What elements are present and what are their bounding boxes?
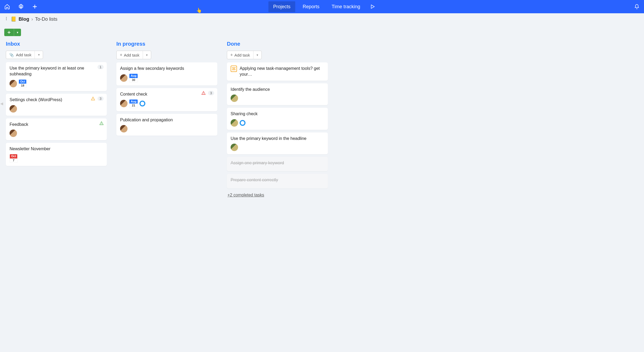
task-card[interactable]: Use the primary keyword in the headline	[227, 132, 328, 154]
chevron-down-icon[interactable]: ▼	[35, 51, 43, 59]
task-card[interactable]: Applying new task-management tools? get …	[227, 62, 328, 81]
topbar-nav: Projects Reports Time tracking	[268, 1, 375, 12]
card-title: Identify the audience	[231, 87, 324, 92]
avatar	[10, 105, 17, 113]
breadcrumb-sep: ›	[31, 16, 33, 22]
card-title: Publication and propagation	[120, 117, 214, 123]
paperclip-icon: 📎	[9, 53, 14, 57]
card-meta-row	[231, 95, 324, 102]
plus-icon	[4, 29, 14, 36]
date-month: Aug	[129, 100, 138, 104]
more-menu-icon[interactable]	[4, 16, 9, 22]
avatar	[231, 95, 238, 102]
task-card[interactable]: Feedback	[6, 118, 107, 140]
avatar	[10, 130, 17, 137]
topbar-right	[634, 4, 640, 10]
kanban-board: Inbox📎Add task▼Use the primary keyword i…	[0, 41, 644, 199]
more-completed-link[interactable]: +2 completed tasks	[227, 191, 328, 199]
card-meta-row	[120, 125, 214, 132]
card-title: Assign one primary keyword	[231, 160, 324, 166]
card-title: Assign a few secondary keywords	[120, 66, 214, 71]
column-title: In progress	[116, 41, 217, 47]
add-task-button[interactable]: +Add task▼	[227, 51, 262, 59]
card-title: Use the primary keyword in the headline	[231, 136, 324, 141]
avatar	[120, 100, 128, 107]
plus-icon: +	[230, 53, 233, 57]
project-icon: 📒	[11, 16, 16, 22]
count-badge: 3	[98, 96, 104, 101]
card-title: Newsletter November	[10, 146, 103, 152]
card-title: Sharing check	[231, 111, 324, 117]
add-task-label: Add task	[16, 53, 31, 57]
warning-icon	[99, 121, 104, 126]
note-icon	[231, 66, 237, 72]
avatar	[231, 119, 238, 127]
breadcrumb-project[interactable]: Blog	[19, 16, 29, 22]
avatar	[231, 144, 238, 151]
svg-point-0	[20, 6, 22, 7]
svg-point-3	[6, 19, 7, 20]
expand-handle-icon[interactable]: ◀	[0, 101, 3, 106]
date-day: 7	[11, 158, 16, 162]
date-month: Oct	[19, 80, 26, 84]
task-card[interactable]: Prepare content correctly	[227, 174, 328, 188]
card-meta-row: Aug21	[120, 99, 214, 108]
column-title: Inbox	[6, 41, 107, 47]
task-card[interactable]: Assign one primary keyword	[227, 157, 328, 171]
add-task-button[interactable]: +Add task▼	[116, 51, 151, 59]
count-badge: 1	[98, 65, 104, 69]
nav-projects[interactable]: Projects	[268, 1, 295, 12]
gear-icon[interactable]	[18, 4, 24, 10]
card-title: Settings check (WordPress)	[10, 97, 103, 103]
date-day: 21	[131, 104, 137, 108]
card-meta-row	[231, 119, 324, 127]
add-task-button[interactable]: 📎Add task▼	[6, 51, 43, 59]
card-title: Content check	[120, 91, 214, 97]
nav-reports[interactable]: Reports	[298, 1, 324, 12]
task-card[interactable]: Publication and propagation	[116, 114, 217, 136]
add-task-label: Add task	[234, 53, 250, 57]
progress-ring-icon	[139, 101, 145, 106]
task-card[interactable]: Use the primary keyword in at least one …	[6, 62, 107, 91]
plus-icon[interactable]	[32, 4, 38, 10]
progress-ring-icon	[240, 120, 245, 126]
task-card[interactable]: Identify the audience	[227, 83, 328, 105]
card-title: Applying new task-management tools? get …	[240, 66, 324, 78]
bell-icon[interactable]	[634, 4, 640, 10]
warning-icon	[91, 96, 95, 101]
card-meta-row: Oct18	[10, 79, 103, 88]
date-pill: Oct7	[10, 154, 18, 162]
add-task-label: Add task	[124, 53, 139, 57]
task-card[interactable]: Content check3Aug21	[116, 88, 217, 111]
add-new-button[interactable]: ▼	[4, 29, 21, 36]
plus-icon: +	[120, 53, 122, 57]
task-card[interactable]: Newsletter NovemberOct7	[6, 143, 107, 166]
count-badge: 3	[208, 91, 214, 95]
column: Done+Add task▼Applying new task-manageme…	[227, 41, 328, 199]
play-icon[interactable]	[370, 4, 376, 10]
date-pill: Aug30	[129, 74, 138, 82]
task-card[interactable]: Sharing check	[227, 108, 328, 130]
avatar	[120, 125, 128, 132]
breadcrumb-bar: 📒Blog › To-Do lists	[0, 13, 644, 25]
date-month: Oct	[10, 154, 17, 158]
topbar-left	[4, 4, 38, 10]
avatar	[120, 74, 128, 82]
nav-time-tracking[interactable]: Time tracking	[327, 1, 365, 12]
cursor-icon: 👆	[196, 7, 202, 13]
home-icon[interactable]	[4, 4, 10, 10]
card-title: Prepare content correctly	[231, 177, 324, 183]
chevron-down-icon[interactable]: ▼	[14, 29, 21, 36]
warning-icon	[201, 91, 206, 96]
task-card[interactable]: Assign a few secondary keywordsAug30	[116, 62, 217, 85]
card-title: Feedback	[10, 122, 103, 127]
card-meta-row	[231, 144, 324, 151]
card-meta-row	[10, 105, 103, 113]
date-month: Aug	[129, 74, 138, 78]
chevron-down-icon[interactable]: ▼	[253, 51, 261, 59]
column: In progress+Add task▼Assign a few second…	[116, 41, 217, 138]
column: Inbox📎Add task▼Use the primary keyword i…	[6, 41, 107, 169]
chevron-down-icon[interactable]: ▼	[143, 51, 151, 59]
card-title: Use the primary keyword in at least one …	[10, 65, 103, 77]
task-card[interactable]: Settings check (WordPress)3	[6, 94, 107, 115]
